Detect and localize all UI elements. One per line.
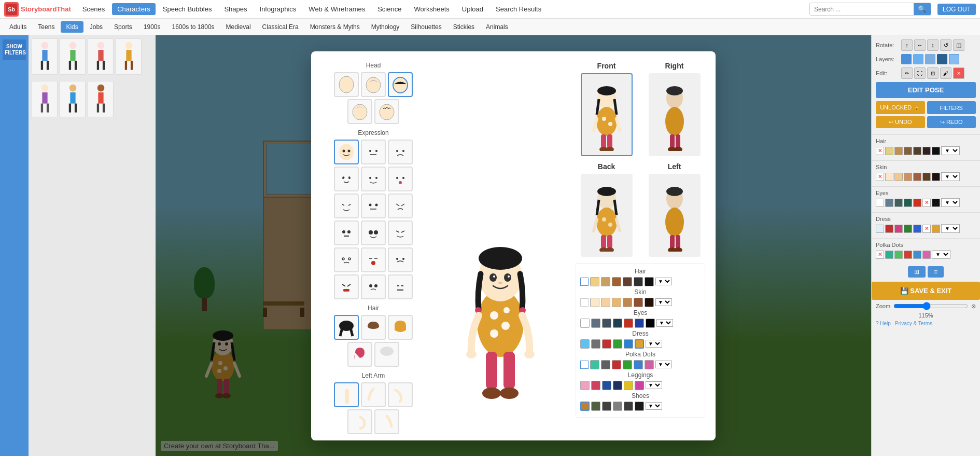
r-dress-3[interactable] <box>894 225 903 233</box>
r-hair-3[interactable] <box>904 147 912 155</box>
expression-option-14[interactable] <box>361 247 386 272</box>
polka-dots-swatch-1[interactable] <box>590 360 599 369</box>
skin-swatch-3[interactable] <box>612 298 621 307</box>
hair-option-3[interactable] <box>388 315 413 340</box>
shoes-swatch-2[interactable] <box>591 402 600 411</box>
layer-btn-3[interactable] <box>925 54 935 64</box>
zoom-reset-icon[interactable]: ⊗ <box>971 303 976 310</box>
edit-btn-5[interactable]: ✕ <box>953 67 964 79</box>
logo[interactable]: Sb StoryboardThat <box>4 2 71 17</box>
filters-button[interactable]: FILTERS <box>927 101 976 114</box>
r-polka-2[interactable] <box>894 251 903 259</box>
rotate-btn-1[interactable]: ↑ <box>901 39 913 51</box>
char-thumb-2[interactable] <box>60 38 86 75</box>
search-input[interactable] <box>810 4 914 15</box>
leggings-swatch-6[interactable] <box>635 381 644 390</box>
r-hair-4[interactable] <box>913 147 921 155</box>
r-eyes-5[interactable] <box>913 199 921 207</box>
help-link[interactable]: ? Help <box>876 321 891 326</box>
polka-dots-swatch-6[interactable] <box>645 360 654 369</box>
head-option-3[interactable] <box>388 72 413 97</box>
left-arm-option-5[interactable] <box>374 409 399 434</box>
char-thumb-6[interactable] <box>60 81 86 117</box>
polka-dots-swatch-5[interactable] <box>634 360 643 369</box>
char-thumb-1[interactable] <box>32 38 58 75</box>
nav-upload[interactable]: Upload <box>457 3 488 15</box>
dress-swatch-6[interactable] <box>635 339 644 349</box>
expression-option-10[interactable] <box>334 220 359 245</box>
r-skin-6[interactable] <box>932 173 940 181</box>
skin-color-dropdown[interactable]: ▼ <box>655 298 672 306</box>
hair-color-checkbox[interactable] <box>580 278 589 286</box>
layer-btn-2[interactable] <box>913 54 923 64</box>
canvas-area[interactable]: Create your own at Storyboard Tha... Hea… <box>156 35 871 456</box>
rotate-btn-4[interactable]: ↺ <box>940 39 951 51</box>
r-dress-2[interactable] <box>885 225 893 233</box>
r-skin-3[interactable] <box>904 173 912 181</box>
hair-swatch-2[interactable] <box>601 277 610 286</box>
hair-swatch-6[interactable] <box>645 277 654 286</box>
r-hair-dropdown[interactable]: ▼ <box>941 146 960 155</box>
eyes-x-swatch[interactable]: ✕ <box>922 199 931 207</box>
rotate-btn-5[interactable]: ◫ <box>953 39 964 51</box>
hair-option-4[interactable] <box>347 342 372 367</box>
expression-option-5[interactable] <box>361 167 386 191</box>
r-dress-4[interactable] <box>904 225 912 233</box>
expression-option-17[interactable] <box>361 274 386 299</box>
search-button[interactable]: 🔍 <box>914 3 931 15</box>
grid-view-button[interactable]: ⊞ <box>908 266 926 278</box>
char-thumb-3[interactable] <box>88 38 114 75</box>
nav-scenes[interactable]: Scenes <box>77 3 110 15</box>
eyes-swatch-4[interactable] <box>613 319 622 328</box>
skin-swatch-6[interactable] <box>645 298 654 307</box>
nav-web-wireframes[interactable]: Web & Wireframes <box>303 3 370 15</box>
expression-option-9[interactable] <box>388 194 413 218</box>
logout-button[interactable]: LOG OUT <box>937 4 976 15</box>
nav-characters[interactable]: Characters <box>112 3 156 15</box>
expression-option-1[interactable] <box>334 140 359 164</box>
hair-option-1[interactable] <box>334 315 359 340</box>
pose-right-thumb[interactable] <box>649 73 701 156</box>
polka-dots-color-dropdown[interactable]: ▼ <box>655 361 672 368</box>
char-thumb-7[interactable] <box>88 81 114 117</box>
r-dress-1[interactable] <box>876 225 884 233</box>
r-skin-2[interactable] <box>894 173 903 181</box>
hair-color-dropdown[interactable]: ▼ <box>655 278 672 285</box>
expression-option-4[interactable] <box>334 167 359 191</box>
edit-btn-1[interactable]: ✏ <box>901 67 913 79</box>
left-arm-option-2[interactable] <box>361 382 386 407</box>
hair-x-swatch[interactable]: ✕ <box>876 147 884 155</box>
r-eyes-3[interactable] <box>894 199 903 207</box>
expression-option-7[interactable] <box>334 194 359 218</box>
eyes-color-dropdown[interactable]: ▼ <box>656 319 673 327</box>
leggings-swatch-5[interactable] <box>624 381 633 390</box>
dress-swatch-1[interactable] <box>580 339 590 349</box>
subnav-teens[interactable]: Teens <box>33 21 60 33</box>
hair-option-5[interactable] <box>374 342 399 367</box>
subnav-1600s-1800s[interactable]: 1600s to 1800s <box>166 21 219 33</box>
r-dress-6[interactable] <box>932 225 940 233</box>
edit-btn-2[interactable]: ⛶ <box>914 67 926 79</box>
eyes-swatch-5[interactable] <box>624 319 633 328</box>
expression-option-11[interactable] <box>361 220 386 245</box>
r-dress-5[interactable] <box>913 225 921 233</box>
head-option-5[interactable] <box>374 99 399 124</box>
polka-dots-swatch-4[interactable] <box>623 360 632 369</box>
skin-swatch-2[interactable] <box>601 298 610 307</box>
hair-option-2[interactable] <box>361 315 386 340</box>
r-polka-1[interactable] <box>885 251 893 259</box>
rotate-btn-2[interactable]: ↔ <box>914 39 926 51</box>
subnav-jobs[interactable]: Jobs <box>85 21 108 33</box>
unlocked-button[interactable]: UNLOCKED 🔒 <box>876 101 925 114</box>
r-eyes-dropdown[interactable]: ▼ <box>941 198 960 207</box>
r-skin-4[interactable] <box>913 173 921 181</box>
nav-speech-bubbles[interactable]: Speech Bubbles <box>158 3 217 15</box>
r-polka-5[interactable] <box>922 251 931 259</box>
eyes-swatch-7[interactable] <box>646 319 655 328</box>
hair-swatch-5[interactable] <box>634 277 643 286</box>
skin-swatch-5[interactable] <box>634 298 643 307</box>
polka-dots-checkbox[interactable] <box>580 361 589 369</box>
leggings-swatch-4[interactable] <box>613 381 622 390</box>
show-filters-button[interactable]: SHOW FILTERS <box>3 39 26 60</box>
rotate-btn-3[interactable]: ↕ <box>927 39 939 51</box>
